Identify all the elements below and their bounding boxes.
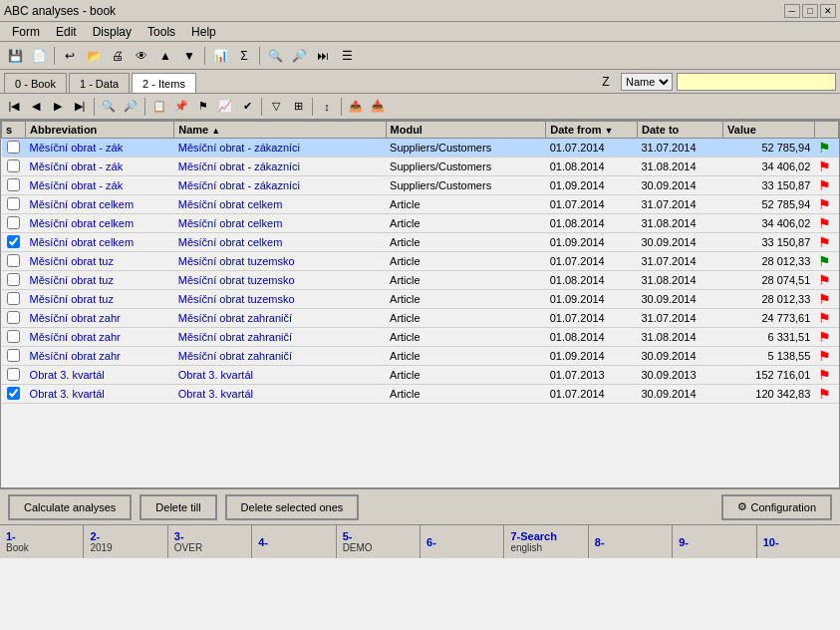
nav-check[interactable]: ✔: [237, 97, 257, 117]
col-header-modul[interactable]: Modul: [386, 122, 546, 139]
nav-search[interactable]: 🔍: [99, 97, 119, 117]
row-checkbox[interactable]: [7, 292, 20, 305]
table-row[interactable]: Měsíční obrat celkemMěsíční obrat celkem…: [2, 233, 839, 252]
flag-red-icon: ⚑: [818, 272, 831, 288]
nav-first[interactable]: |◀: [4, 97, 24, 117]
nav-last[interactable]: ▶|: [70, 97, 90, 117]
nav-copy[interactable]: 📋: [149, 97, 169, 117]
row-checkbox[interactable]: [7, 159, 20, 172]
tb-find2[interactable]: 🔎: [288, 45, 310, 67]
tb-save[interactable]: 💾: [4, 45, 26, 67]
minimize-button[interactable]: ─: [784, 4, 800, 18]
row-name: Měsíční obrat - zákazníci: [174, 158, 386, 176]
row-dateto: 31.08.2014: [637, 158, 722, 176]
row-flag: ⚑: [814, 366, 838, 385]
row-dateto: 31.08.2014: [637, 328, 722, 347]
row-checkbox[interactable]: [7, 216, 20, 229]
row-checkbox[interactable]: [7, 273, 20, 286]
nav-flag[interactable]: ⚑: [193, 97, 213, 117]
table-row[interactable]: Měsíční obrat - zákMěsíční obrat - zákaz…: [2, 139, 839, 158]
menu-display[interactable]: Display: [85, 23, 140, 41]
nav-import[interactable]: 📥: [368, 97, 388, 117]
tab-items[interactable]: 2 - Items: [132, 73, 196, 93]
close-button[interactable]: ✕: [820, 4, 836, 18]
col-header-value[interactable]: Value: [723, 122, 815, 139]
table-row[interactable]: Měsíční obrat tuzMěsíční obrat tuzemskoA…: [2, 271, 839, 290]
sort-select[interactable]: Name Code ID: [621, 73, 673, 91]
nav-prev[interactable]: ◀: [26, 97, 46, 117]
delete-till-button[interactable]: Delete till: [140, 494, 216, 520]
table-row[interactable]: Obrat 3. kvartálObrat 3. kvartálArticle0…: [2, 366, 839, 385]
tb-undo[interactable]: ↩: [59, 45, 81, 67]
nav-sort[interactable]: ↕: [317, 97, 337, 117]
row-abbreviation: Měsíční obrat - zák: [26, 176, 174, 195]
menu-form[interactable]: Form: [4, 23, 48, 41]
row-checkbox[interactable]: [7, 311, 20, 324]
status-cell-8: 9-: [673, 525, 756, 558]
tb-up[interactable]: ▲: [154, 45, 176, 67]
col-header-name[interactable]: Name ▲: [174, 122, 386, 139]
nav-search2[interactable]: 🔎: [121, 97, 140, 117]
table-row[interactable]: Měsíční obrat zahrMěsíční obrat zahranič…: [2, 328, 839, 347]
row-name: Měsíční obrat - zákazníci: [174, 139, 386, 158]
tb-find[interactable]: 🔍: [264, 45, 286, 67]
delete-selected-button[interactable]: Delete selected ones: [225, 494, 360, 520]
row-checkbox[interactable]: [7, 368, 20, 381]
table-row[interactable]: Měsíční obrat celkemMěsíční obrat celkem…: [2, 214, 839, 233]
tab-data[interactable]: 1 - Data: [69, 73, 130, 93]
nav-filter[interactable]: ▽: [266, 97, 286, 117]
tb-new[interactable]: 📄: [28, 45, 50, 67]
col-header-flag: [814, 122, 838, 139]
col-header-datefrom[interactable]: Date from ▼: [546, 122, 638, 139]
menu-tools[interactable]: Tools: [140, 23, 183, 41]
flag-red-icon: ⚑: [818, 158, 831, 174]
table-row[interactable]: Měsíční obrat tuzMěsíční obrat tuzemskoA…: [2, 290, 839, 309]
maximize-button[interactable]: □: [802, 4, 818, 18]
menu-edit[interactable]: Edit: [48, 23, 85, 41]
calculate-button[interactable]: Calculate analyses: [8, 494, 132, 520]
row-checkbox-cell: [2, 309, 26, 328]
status-cell-6: 7-Searchenglish: [504, 525, 588, 558]
row-modul: Article: [386, 252, 546, 271]
row-checkbox[interactable]: [7, 235, 20, 248]
row-checkbox[interactable]: [7, 387, 20, 400]
tb-down[interactable]: ▼: [178, 45, 200, 67]
col-header-dateto[interactable]: Date to: [637, 122, 722, 139]
tb-list[interactable]: ☰: [336, 45, 358, 67]
nav-paste[interactable]: 📌: [171, 97, 191, 117]
tb-print[interactable]: 🖨: [107, 45, 129, 67]
table-row[interactable]: Měsíční obrat tuzMěsíční obrat tuzemskoA…: [2, 252, 839, 271]
row-checkbox[interactable]: [7, 349, 20, 362]
table-row[interactable]: Měsíční obrat - zákMěsíční obrat - zákaz…: [2, 176, 839, 195]
nav-graph[interactable]: 📈: [215, 97, 235, 117]
row-checkbox-cell: [2, 366, 26, 385]
tb-find3[interactable]: ⏭: [312, 45, 334, 67]
nav-next[interactable]: ▶: [48, 97, 68, 117]
row-checkbox[interactable]: [7, 141, 20, 154]
nav-export[interactable]: 📤: [346, 97, 366, 117]
row-checkbox[interactable]: [7, 197, 20, 210]
tb-open[interactable]: 📂: [83, 45, 105, 67]
table-row[interactable]: Měsíční obrat zahrMěsíční obrat zahranič…: [2, 309, 839, 328]
tb-preview[interactable]: 👁: [131, 45, 152, 67]
col-header-s[interactable]: s: [2, 122, 26, 139]
tab-book[interactable]: 0 - Book: [4, 73, 67, 93]
nav-filter2[interactable]: ⊞: [288, 97, 308, 117]
table-row[interactable]: Měsíční obrat - zákMěsíční obrat - zákaz…: [2, 158, 839, 176]
row-value: 6 331,51: [723, 328, 815, 347]
row-abbreviation: Měsíční obrat - zák: [26, 139, 174, 158]
menu-help[interactable]: Help: [183, 23, 224, 41]
sort-z-button[interactable]: Z: [595, 71, 617, 93]
row-checkbox[interactable]: [7, 178, 20, 191]
row-checkbox[interactable]: [7, 254, 20, 267]
search-input[interactable]: [677, 73, 836, 91]
col-header-abbr[interactable]: Abbreviation: [26, 122, 174, 139]
table-row[interactable]: Měsíční obrat zahrMěsíční obrat zahranič…: [2, 347, 839, 366]
tb-sum[interactable]: Σ: [233, 45, 255, 67]
table-row[interactable]: Obrat 3. kvartálObrat 3. kvartálArticle0…: [2, 385, 839, 404]
row-checkbox[interactable]: [7, 330, 20, 343]
row-dateto: 30.09.2014: [637, 176, 722, 195]
tb-export[interactable]: 📊: [209, 45, 231, 67]
table-row[interactable]: Měsíční obrat celkemMěsíční obrat celkem…: [2, 195, 839, 214]
configuration-button[interactable]: ⚙ Configuration: [721, 494, 832, 520]
